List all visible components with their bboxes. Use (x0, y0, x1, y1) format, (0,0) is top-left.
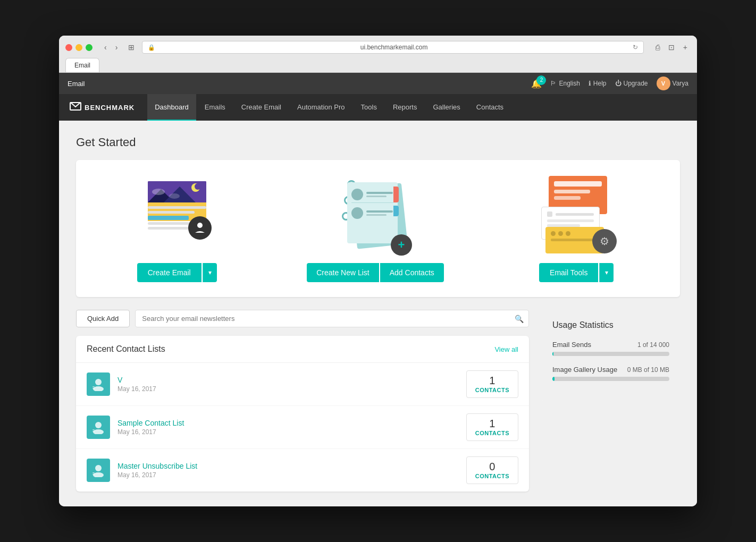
contact-lists-card: Recent Contact Lists View all (76, 336, 529, 492)
reload-button[interactable]: ↻ (633, 44, 638, 51)
email-tools-button[interactable]: Email Tools (539, 263, 598, 282)
add-tab-button[interactable]: + (680, 42, 691, 53)
nav-item-automation-pro[interactable]: Automation Pro (290, 94, 352, 121)
bottom-section: Quick Add 🔍 Recent Contact Lists View al… (76, 310, 680, 492)
svg-point-11 (93, 386, 104, 391)
left-panel: Quick Add 🔍 Recent Contact Lists View al… (76, 310, 529, 492)
email-tools-dropdown[interactable]: ▾ (599, 263, 614, 282)
count-number: 1 (475, 375, 509, 386)
create-new-list-button[interactable]: Create New List (307, 263, 379, 282)
count-label: CONTACTS (475, 387, 509, 393)
list-item: Sample Contact List May 16, 2017 1 CONTA… (76, 406, 529, 449)
forward-button[interactable]: › (112, 42, 121, 53)
search-input[interactable] (135, 310, 529, 327)
search-box: 🔍 (135, 310, 529, 327)
help-link[interactable]: ℹ Help (589, 80, 607, 87)
svg-point-6 (195, 183, 201, 190)
notification-count: 2 (536, 75, 546, 85)
share-button[interactable]: ⎙ (652, 42, 663, 53)
svg-rect-16 (93, 429, 95, 430)
contact-buttons: Create New List Add Contacts (307, 263, 444, 282)
cards-container: Create Email ▾ (76, 160, 680, 297)
nav-item-tools[interactable]: Tools (354, 94, 384, 121)
power-icon: ⏻ (615, 80, 621, 87)
address-bar[interactable]: 🔒 ui.benchmarkemail.com ↻ (142, 41, 643, 54)
progress-bar-bg (552, 377, 669, 381)
svg-rect-13 (93, 388, 95, 389)
svg-point-15 (93, 429, 104, 434)
count-label: CONTACTS (475, 430, 509, 436)
svg-rect-21 (93, 474, 95, 475)
add-contacts-button[interactable]: Add Contacts (380, 263, 444, 282)
count-number: 0 (475, 461, 509, 472)
nav-item-reports[interactable]: Reports (385, 94, 425, 121)
contact-count-box: 1 CONTACTS (466, 413, 518, 441)
nav-item-dashboard[interactable]: Dashboard (147, 94, 196, 121)
stat-name: Email Sends (552, 341, 591, 349)
usage-title: Usage Statistics (552, 320, 669, 330)
stat-name: Image Gallery Usage (552, 366, 617, 374)
contact-count-box: 1 CONTACTS (466, 370, 518, 398)
upgrade-link[interactable]: ⏻ Upgrade (615, 80, 648, 87)
svg-point-9 (197, 223, 203, 228)
nav-item-galleries[interactable]: Galleries (425, 94, 467, 121)
stat-item-email-sends: Email Sends 1 of 14 000 (552, 341, 669, 356)
toolbar: Quick Add 🔍 (76, 310, 529, 327)
page-title: Get Started (76, 136, 680, 149)
svg-rect-17 (93, 431, 95, 432)
app-label: Email (68, 80, 85, 88)
list-item: V May 16, 2017 1 CONTACTS (76, 363, 529, 406)
contact-list-date: May 16, 2017 (117, 471, 459, 479)
progress-bar-fill (552, 352, 553, 356)
info-icon: ℹ (589, 80, 591, 87)
traffic-light-green[interactable] (86, 44, 93, 51)
contact-list-date: May 16, 2017 (117, 428, 459, 436)
logo[interactable]: BENCHMARK (70, 101, 135, 114)
flag-icon: 🏳 (550, 80, 557, 87)
contact-list-name[interactable]: Master Unsubscribe List (117, 462, 459, 470)
stat-value: 1 of 14 000 (637, 341, 669, 349)
svg-point-10 (95, 379, 102, 385)
contact-list-info: Master Unsubscribe List May 16, 2017 (117, 462, 459, 479)
nav-items: Dashboard Emails Create Email Automation… (147, 94, 511, 121)
app-top-bar: Email 🔔 2 🏳 English ℹ Help ⏻ Upgrade V V… (59, 73, 697, 94)
user-menu[interactable]: V Varya (657, 77, 688, 90)
logo-text: BENCHMARK (85, 104, 135, 112)
stat-item-image-gallery: Image Gallery Usage 0 MB of 10 MB (552, 366, 669, 381)
traffic-light-red[interactable] (65, 44, 72, 51)
nav-item-create-email[interactable]: Create Email (234, 94, 289, 121)
browser-tab[interactable]: Email (65, 58, 99, 72)
search-icon: 🔍 (515, 315, 524, 323)
view-all-link[interactable]: View all (494, 345, 518, 353)
contact-list-date: May 16, 2017 (117, 385, 459, 393)
main-content: Get Started (59, 121, 697, 506)
notification-bell[interactable]: 🔔 2 (531, 79, 542, 89)
user-avatar: V (657, 77, 670, 90)
back-button[interactable]: ‹ (101, 42, 110, 53)
contact-list-avatar (87, 459, 110, 482)
contact-lists-title: Recent Contact Lists (87, 344, 165, 354)
quick-add-button[interactable]: Quick Add (76, 310, 130, 327)
contact-lists-header: Recent Contact Lists View all (76, 336, 529, 363)
language-selector[interactable]: 🏳 English (550, 80, 579, 87)
progress-bar-bg (552, 352, 669, 356)
svg-point-8 (169, 193, 180, 199)
contact-list-name[interactable]: Sample Contact List (117, 419, 459, 427)
contacts-illustration: + (335, 171, 415, 256)
traffic-light-yellow[interactable] (75, 44, 82, 51)
create-email-button[interactable]: Create Email (137, 263, 201, 282)
contact-list-avatar (87, 416, 110, 439)
tab-view-button[interactable]: ⊞ (125, 42, 138, 53)
nav-item-emails[interactable]: Emails (197, 94, 233, 121)
count-label: CONTACTS (475, 473, 509, 479)
contact-list-avatar (87, 372, 110, 396)
svg-rect-12 (93, 386, 95, 387)
nav-item-contacts[interactable]: Contacts (469, 94, 511, 121)
stat-value: 0 MB of 10 MB (627, 366, 669, 374)
contacts-card: + Create New List Add Contacts (307, 171, 444, 282)
contact-list-name[interactable]: V (117, 376, 459, 384)
create-email-dropdown[interactable]: ▾ (203, 263, 217, 282)
svg-rect-20 (93, 472, 95, 473)
svg-point-7 (152, 189, 165, 195)
new-tab-button[interactable]: ⊡ (665, 42, 678, 53)
